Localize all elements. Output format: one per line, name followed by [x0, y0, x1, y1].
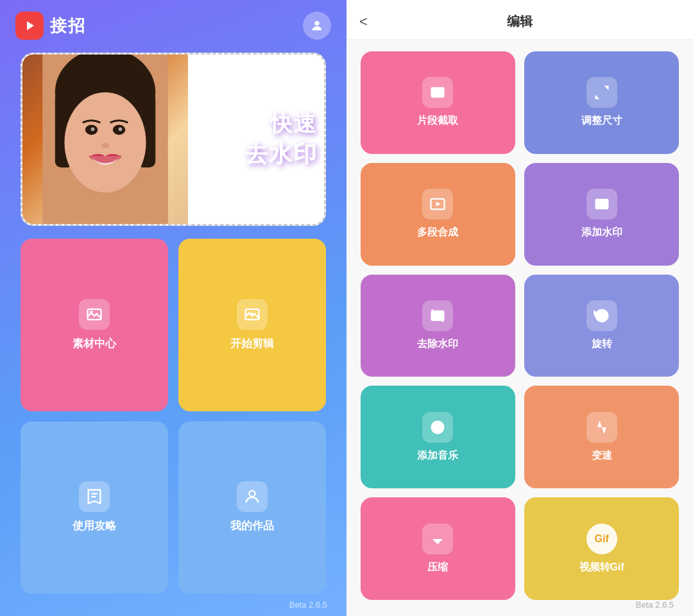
- remove-watermark-button[interactable]: 印 去除水印: [361, 275, 515, 377]
- remove-watermark-icon: 印: [422, 300, 453, 331]
- remove-watermark-label: 去除水印: [417, 338, 458, 351]
- left-header: 接招: [0, 0, 346, 46]
- svg-point-6: [65, 92, 146, 193]
- resize-icon: [586, 77, 617, 108]
- left-version: Beta 2.6.5: [289, 600, 327, 610]
- svg-rect-19: [431, 87, 445, 98]
- my-works-button[interactable]: 我的作品: [178, 422, 326, 594]
- svg-text:印: 印: [434, 313, 441, 321]
- svg-point-13: [90, 311, 93, 314]
- right-version: Beta 2.6.5: [636, 600, 674, 610]
- clip-label: 片段截取: [417, 114, 458, 128]
- add-music-label: 添加音乐: [417, 449, 458, 463]
- speed-button[interactable]: 变速: [524, 386, 679, 488]
- gif-button[interactable]: Gif 视频转Gif: [524, 497, 679, 600]
- my-works-icon: [237, 481, 268, 512]
- compress-label: 压缩: [427, 561, 448, 574]
- banner-line2: 去水印: [244, 139, 318, 170]
- app-logo-icon: [15, 12, 44, 40]
- star-deco-2: ✦: [303, 87, 311, 99]
- banner-line1: 快速: [244, 109, 318, 139]
- svg-point-1: [314, 21, 319, 26]
- multiclip-button[interactable]: 多段合成: [361, 163, 515, 266]
- rotate-button[interactable]: 旋转: [524, 275, 679, 377]
- speed-icon: [586, 412, 617, 443]
- clip-icon: [422, 77, 453, 108]
- back-button[interactable]: <: [359, 13, 368, 30]
- right-panel: < 编辑 片段截取 调整尺寸 多段合成 印: [346, 0, 693, 616]
- main-grid: 素材中心 开始剪辑 使用攻略 我的作品: [21, 239, 325, 594]
- material-icon: [79, 299, 110, 330]
- guide-label: 使用攻略: [73, 518, 116, 533]
- clip-button[interactable]: 片段截取: [361, 51, 515, 154]
- compress-icon: [422, 524, 453, 554]
- rotate-label: 旋转: [592, 338, 612, 351]
- my-works-label: 我的作品: [230, 518, 274, 533]
- add-watermark-button[interactable]: 印 添加水印: [524, 163, 679, 266]
- speed-label: 变速: [592, 449, 612, 463]
- compress-button[interactable]: 压缩: [361, 497, 515, 600]
- banner-photo: [22, 55, 188, 224]
- right-title: 编辑: [507, 13, 533, 30]
- gif-icon: Gif: [586, 524, 617, 554]
- resize-label: 调整尺寸: [581, 114, 622, 128]
- svg-point-9: [91, 127, 95, 131]
- material-center-button[interactable]: 素材中心: [21, 239, 168, 411]
- svg-point-18: [249, 491, 255, 497]
- multiclip-icon: [422, 189, 453, 219]
- left-panel: 接招: [0, 0, 346, 616]
- multiclip-label: 多段合成: [417, 226, 458, 239]
- app-name: 接招: [50, 15, 86, 37]
- start-edit-button[interactable]: 开始剪辑: [178, 239, 326, 411]
- svg-marker-25: [436, 202, 441, 207]
- gif-label: 视频转Gif: [579, 561, 624, 574]
- right-header: < 编辑: [346, 0, 693, 40]
- edit-grid: 片段截取 调整尺寸 多段合成 印 添加水印 印: [361, 51, 680, 600]
- rotate-icon: [586, 300, 617, 331]
- guide-button[interactable]: 使用攻略: [21, 422, 168, 594]
- sparkle-3: [198, 63, 210, 75]
- logo-area: 接招: [15, 12, 86, 40]
- add-music-button[interactable]: 添加音乐: [361, 386, 515, 488]
- svg-marker-0: [27, 21, 34, 30]
- star-deco-3: ★: [286, 188, 298, 205]
- profile-button[interactable]: [303, 12, 331, 40]
- banner-text: 快速 去水印: [244, 109, 318, 170]
- svg-point-10: [119, 127, 123, 131]
- resize-button[interactable]: 调整尺寸: [524, 51, 679, 154]
- guide-icon: [79, 481, 110, 512]
- promo-banner: 快速 去水印 ✦ ✦ ★: [21, 53, 325, 226]
- add-watermark-icon: 印: [586, 189, 617, 219]
- add-watermark-label: 添加水印: [581, 226, 622, 239]
- svg-text:印: 印: [598, 201, 605, 209]
- svg-point-11: [102, 143, 110, 148]
- start-edit-icon: [237, 299, 268, 330]
- material-label: 素材中心: [73, 336, 116, 351]
- add-music-icon: [422, 412, 453, 443]
- start-edit-label: 开始剪辑: [230, 336, 274, 351]
